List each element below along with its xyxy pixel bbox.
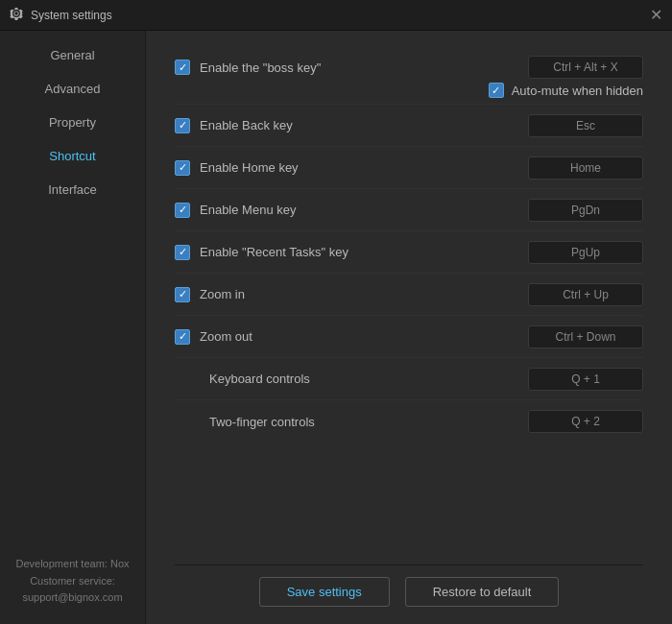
content-area: ✓Enable the "boss key"Ctrl + Alt + X✓Aut…	[146, 31, 672, 624]
check-icon: ✓	[179, 204, 187, 215]
key-input-zoom-out[interactable]: Ctrl + Down	[528, 325, 643, 348]
sidebar-item-general[interactable]: General	[0, 38, 145, 72]
sidebar-item-interface[interactable]: Interface	[0, 173, 145, 206]
key-input-back-key[interactable]: Esc	[528, 114, 643, 137]
customer-service-label: Customer service:	[10, 573, 135, 590]
sidebar: GeneralAdvancedPropertyShortcutInterface…	[0, 31, 146, 624]
setting-row-back-key: ✓Enable Back keyEsc	[175, 105, 643, 147]
key-input-keyboard-controls[interactable]: Q + 1	[528, 368, 643, 391]
setting-row-keyboard-controls: Keyboard controlsQ + 1	[175, 358, 643, 400]
key-input-two-finger-controls[interactable]: Q + 2	[528, 410, 643, 433]
dev-team-label: Development team: Nox	[10, 556, 135, 573]
key-input-home-key[interactable]: Home	[528, 156, 643, 180]
key-input-zoom-in[interactable]: Ctrl + Up	[528, 283, 643, 306]
label-menu-key: Enable Menu key	[200, 203, 296, 217]
check-icon: ✓	[179, 247, 187, 257]
checkbox-zoom-out[interactable]: ✓	[175, 329, 190, 345]
setting-row-recent-tasks-key: ✓Enable "Recent Tasks" keyPgUp	[175, 231, 643, 274]
label-zoom-in: Zoom in	[200, 287, 245, 301]
check-icon: ✓	[179, 331, 187, 342]
restore-button[interactable]: Restore to default	[405, 577, 560, 607]
key-input-recent-tasks-key[interactable]: PgUp	[528, 241, 643, 264]
checkbox-recent-tasks-key[interactable]: ✓	[175, 245, 190, 260]
checkbox-auto-mute[interactable]: ✓	[489, 83, 504, 98]
sidebar-item-property[interactable]: Property	[0, 106, 145, 139]
close-button[interactable]: ✕	[650, 8, 662, 23]
checkbox-zoom-in[interactable]: ✓	[175, 287, 190, 302]
setting-row-zoom-out: ✓Zoom outCtrl + Down	[175, 316, 643, 358]
checkbox-menu-key[interactable]: ✓	[175, 203, 190, 218]
gear-icon	[10, 7, 23, 23]
check-icon: ✓	[179, 120, 187, 131]
save-button[interactable]: Save settings	[259, 577, 390, 607]
setting-row-two-finger-controls: Two-finger controlsQ + 2	[175, 400, 643, 443]
label-home-key: Enable Home key	[200, 160, 299, 175]
title-bar: System settings ✕	[0, 0, 672, 31]
key-input-boss-key[interactable]: Ctrl + Alt + X	[528, 56, 643, 79]
label-boss-key: Enable the "boss key"	[200, 60, 321, 75]
sidebar-item-shortcut[interactable]: Shortcut	[0, 139, 145, 173]
sidebar-footer: Development team: Nox Customer service: …	[0, 548, 145, 614]
label-recent-tasks-key: Enable "Recent Tasks" key	[200, 245, 348, 259]
check-icon: ✓	[179, 289, 187, 300]
setting-row-home-key: ✓Enable Home keyHome	[175, 147, 643, 189]
checkbox-back-key[interactable]: ✓	[175, 118, 190, 133]
setting-row-zoom-in: ✓Zoom inCtrl + Up	[175, 274, 643, 316]
label-back-key: Enable Back key	[200, 118, 293, 132]
footer-buttons: Save settings Restore to default	[175, 564, 643, 614]
auto-mute-label: Auto-mute when hidden	[512, 84, 643, 98]
check-icon: ✓	[492, 85, 500, 96]
checkbox-boss-key[interactable]: ✓	[175, 60, 190, 75]
label-keyboard-controls: Keyboard controls	[209, 372, 310, 386]
title-bar-title: System settings	[31, 9, 112, 22]
setting-row-menu-key: ✓Enable Menu keyPgDn	[175, 189, 643, 231]
label-zoom-out: Zoom out	[200, 329, 252, 344]
check-icon: ✓	[179, 162, 187, 173]
key-input-menu-key[interactable]: PgDn	[528, 199, 643, 222]
label-two-finger-controls: Two-finger controls	[209, 415, 315, 429]
check-icon: ✓	[179, 62, 187, 73]
setting-row-boss-key: ✓Enable the "boss key"Ctrl + Alt + X✓Aut…	[175, 50, 643, 105]
support-email: support@bignox.com	[10, 589, 135, 607]
checkbox-home-key[interactable]: ✓	[175, 160, 190, 176]
sidebar-item-advanced[interactable]: Advanced	[0, 72, 145, 106]
